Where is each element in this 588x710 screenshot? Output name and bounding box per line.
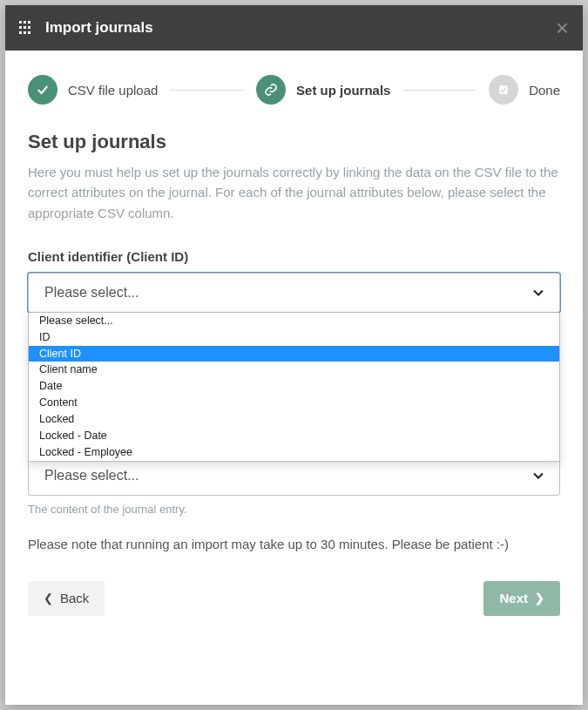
- page-title: Set up journals: [28, 131, 560, 153]
- select-value: Please select...: [44, 468, 139, 483]
- chevron-down-icon: [530, 467, 547, 484]
- back-button[interactable]: ❮ Back: [28, 581, 105, 616]
- step-done: Done: [489, 75, 560, 105]
- modal-header: Import journals ×: [5, 5, 583, 51]
- chevron-right-icon: ❯: [535, 592, 544, 605]
- dropdown-option[interactable]: Please select...: [29, 313, 559, 329]
- journal-content-select[interactable]: Please select...: [28, 456, 560, 496]
- step-label: CSV file upload: [68, 83, 158, 98]
- step-label: Set up journals: [296, 83, 390, 98]
- stepper: CSV file upload Set up journals Done: [28, 75, 560, 105]
- link-icon: [256, 75, 286, 105]
- chevron-down-icon: [530, 284, 547, 301]
- select-value: Please select...: [44, 285, 139, 301]
- import-note: Please note that running an import may t…: [28, 537, 560, 551]
- client-id-dropdown: Please select...IDClient IDClient nameDa…: [28, 313, 560, 462]
- step-label: Done: [529, 83, 560, 98]
- dropdown-option[interactable]: Locked - Date: [29, 428, 559, 444]
- step-setup-journals: Set up journals: [256, 75, 390, 105]
- svg-rect-0: [499, 85, 507, 93]
- field-label: Client identifier (Client ID): [28, 249, 560, 264]
- dropdown-option[interactable]: Client ID: [29, 346, 559, 362]
- page-description: Here you must help us set up the journal…: [28, 162, 560, 223]
- modal-body: CSV file upload Set up journals Done Set…: [5, 51, 583, 633]
- stepper-connector: [402, 90, 476, 91]
- dropdown-option[interactable]: Client name: [29, 362, 559, 378]
- dropdown-option[interactable]: Content: [29, 395, 559, 411]
- footer: ❮ Back Next ❯: [28, 581, 560, 616]
- next-button[interactable]: Next ❯: [483, 581, 560, 616]
- dropdown-option[interactable]: Locked: [29, 411, 559, 428]
- checkbox-icon: [489, 75, 518, 105]
- chevron-left-icon: ❮: [44, 592, 53, 605]
- close-icon[interactable]: ×: [556, 17, 569, 39]
- dropdown-option[interactable]: Locked - Employee: [29, 444, 559, 461]
- import-journals-modal: Import journals × CSV file upload Set up…: [5, 5, 583, 705]
- dropdown-option[interactable]: Date: [29, 378, 559, 395]
- field-client-identifier: Client identifier (Client ID) Please sel…: [28, 249, 560, 313]
- stepper-connector: [170, 90, 244, 91]
- dropdown-option[interactable]: ID: [29, 329, 559, 346]
- modal-title: Import journals: [45, 19, 556, 37]
- check-icon: [28, 75, 57, 105]
- field-helper: The content of the journal entry.: [28, 503, 560, 516]
- step-csv-upload: CSV file upload: [28, 75, 158, 105]
- drag-handle-icon[interactable]: [19, 21, 33, 35]
- button-label: Next: [499, 591, 528, 605]
- client-id-select[interactable]: Please select...: [28, 273, 560, 313]
- button-label: Back: [60, 591, 89, 605]
